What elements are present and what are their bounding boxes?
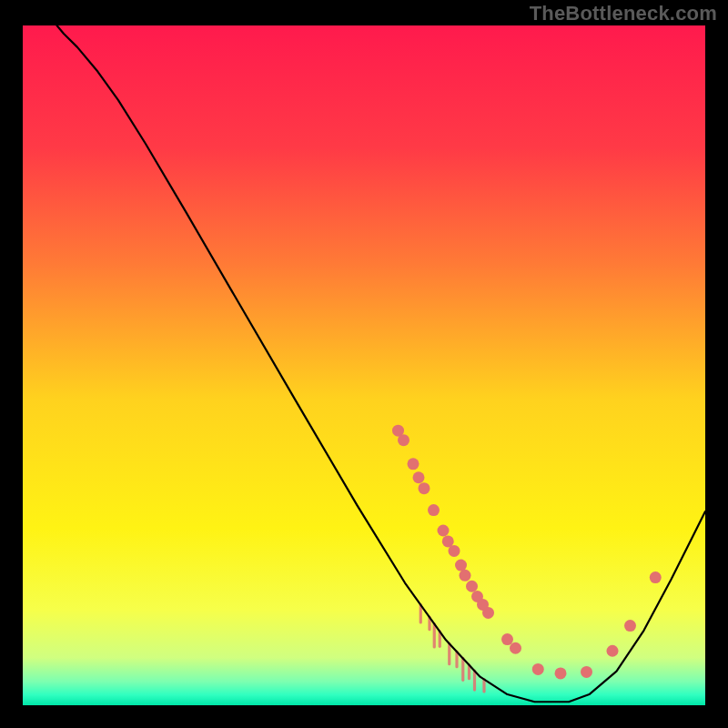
data-marker (650, 571, 662, 583)
plot-area (23, 25, 705, 705)
data-marker (428, 504, 440, 516)
heat-background (23, 25, 705, 705)
data-marker (466, 581, 478, 592)
data-marker (419, 482, 430, 494)
data-marker (438, 525, 450, 537)
data-marker (532, 663, 544, 675)
data-marker (408, 458, 420, 470)
data-marker (413, 471, 425, 483)
bottleneck-chart (23, 25, 705, 705)
data-marker (581, 666, 592, 678)
attribution-label: TheBottleneck.com (530, 2, 717, 25)
data-marker (501, 633, 513, 645)
data-marker (510, 642, 521, 654)
data-marker (449, 545, 460, 557)
data-marker (555, 667, 567, 679)
data-marker (624, 620, 636, 632)
data-marker (398, 434, 410, 446)
chart-frame: TheBottleneck.com (0, 0, 728, 728)
data-marker (455, 560, 467, 571)
data-marker (460, 570, 471, 581)
data-marker (607, 645, 619, 657)
data-marker (482, 607, 494, 619)
